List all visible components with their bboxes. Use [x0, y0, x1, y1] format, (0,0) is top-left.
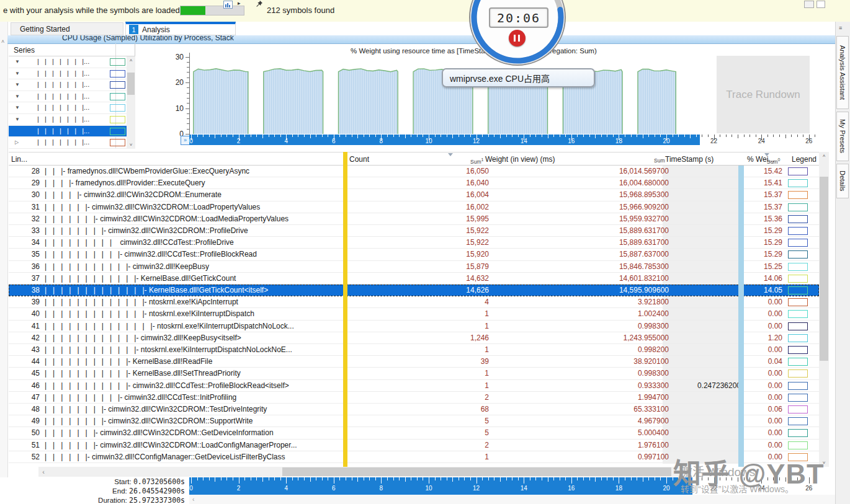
- col-header-legend[interactable]: Legend: [792, 155, 816, 164]
- row-stack-frame[interactable]: | | | | | | | | | cimwin32.dll!CCdTest::…: [45, 237, 352, 248]
- table-row[interactable]: 50 | | | | | | |- cimwin32.dll!CWin32CDR…: [9, 427, 819, 439]
- table-row[interactable]: 48 | | | | | | | |- cimwin32.dll!CWin32C…: [9, 404, 819, 415]
- table-row[interactable]: 28 | | |- framedynos.dll!CWbemProviderGl…: [9, 166, 819, 177]
- scroll-left-icon[interactable]: ‹: [192, 496, 194, 503]
- row-stack-frame[interactable]: | | |- framedynos.dll!CWbemProviderGlue:…: [45, 166, 352, 177]
- table-row[interactable]: 42 | | | | | | | | | | | |- cimwin32.dll…: [9, 332, 819, 344]
- row-stack-frame[interactable]: | | | | |- cimwin32.dll!CWin32CDROM::Enu…: [45, 189, 352, 200]
- table-row[interactable]: 30 | | | | |- cimwin32.dll!CWin32CDROM::…: [9, 189, 819, 201]
- expand-collapse-icon[interactable]: ▼: [15, 82, 20, 87]
- series-scrollbar[interactable]: ˄ ˅: [127, 56, 135, 149]
- table-row[interactable]: 45 | | | | | | | | | | |- KernelBase.dll…: [9, 368, 819, 379]
- table-row[interactable]: 34 | | | | | | | | | cimwin32.dll!CCdTes…: [9, 237, 819, 249]
- tab-getting-started[interactable]: Getting Started: [11, 22, 123, 35]
- row-stack-frame[interactable]: | | | | | | | | | | | | |- ntoskrnl.exe!…: [45, 296, 352, 307]
- table-vscroll-thumb[interactable]: [820, 177, 828, 361]
- row-stack-frame[interactable]: | | | | | | | | | | |- KernelBase.dll!Se…: [45, 368, 352, 379]
- table-horizontal-scrollbar[interactable]: ‹ ›: [38, 467, 690, 477]
- graph-panel-header[interactable]: CPU Usage (Sampled) Utilization by Proce…: [7, 35, 835, 44]
- series-row[interactable]: ▼ | | | | | | |...: [9, 114, 127, 126]
- row-stack-frame[interactable]: | | | | | | | | | |- cimwin32.dll!CCdTes…: [45, 392, 352, 403]
- table-row[interactable]: 41 | | | | | | | | | | | | | |- ntoskrnl…: [9, 321, 819, 332]
- panel-menu-icon[interactable]: ≡: [839, 25, 842, 31]
- row-stack-frame[interactable]: | | | | | | | | | | |- cimwin32.dll!Keep…: [45, 261, 352, 272]
- table-row[interactable]: 32 | | | | | | |- cimwin32.dll!CWin32CDR…: [9, 213, 819, 225]
- frozen-column-divider[interactable]: [343, 152, 347, 467]
- ruler-tick-label: 6: [328, 485, 340, 492]
- sidebar-tab-details[interactable]: Details: [836, 164, 849, 198]
- col-header-count[interactable]: Count: [349, 155, 369, 164]
- table-row[interactable]: 31 | | | | | |- cimwin32.dll!CWin32CDROM…: [9, 201, 819, 213]
- expand-collapse-icon[interactable]: ▷: [15, 139, 19, 145]
- sidebar-tab-my-presets[interactable]: My Presets: [836, 112, 849, 161]
- row-stack-frame[interactable]: | | | | | | | |- cimwin32.dll!CWin32CDRO…: [45, 415, 352, 427]
- expand-collapse-icon[interactable]: ▼: [15, 59, 20, 64]
- col-header-line[interactable]: Lin...: [11, 155, 27, 164]
- table-row[interactable]: 37 | | | | | | | | | | | |- KernelBase.d…: [9, 273, 819, 285]
- sidebar-tab-analysis-assistant[interactable]: Analysis Assistant: [836, 36, 849, 109]
- ruler-tick: [447, 135, 447, 137]
- row-stack-frame[interactable]: | | | | | | |- cimwin32.dll!CWin32CDROM:…: [45, 440, 352, 451]
- gutter-scroll-up-icon[interactable]: ˄: [1, 38, 4, 45]
- series-row[interactable]: ▼ | | | | | | |...: [9, 79, 127, 91]
- table-row[interactable]: 46 | | | | | | | | | | |- cimwin32.dll!C…: [9, 380, 819, 392]
- table-row[interactable]: 29 | | | |- framedynos.dll!Provider::Exe…: [9, 177, 819, 189]
- row-stack-frame[interactable]: | | | | | | | | | | |- cimwin32.dll!CCdT…: [45, 380, 352, 391]
- table-hscroll-thumb[interactable]: [282, 467, 671, 476]
- tab-analysis[interactable]: 1 Analysis: [125, 22, 236, 35]
- row-stack-frame[interactable]: | | | |- framedynos.dll!Provider::Execut…: [45, 177, 352, 188]
- series-row[interactable]: ▼ | | | | | | |...: [9, 56, 127, 68]
- scroll-left-icon[interactable]: ‹: [38, 467, 48, 477]
- open-view-editor-icon[interactable]: [804, 1, 814, 8]
- chevron-right-icon[interactable]: ▸: [238, 0, 241, 6]
- scroll-up-icon[interactable]: ˄: [127, 56, 135, 64]
- table-row[interactable]: 43 | | | | | | | | | | | |- ntoskrnl.exe…: [9, 344, 819, 356]
- table-row[interactable]: 35 | | | | | | | | | |- cimwin32.dll!CCd…: [9, 249, 819, 260]
- series-row[interactable]: ▼ | | | | | | |...: [9, 68, 127, 80]
- row-stack-frame[interactable]: | | | | | | | | | | | | | |- ntoskrnl.ex…: [45, 321, 352, 332]
- row-stack-frame[interactable]: | | | | | | | | | | | |- cimwin32.dll!Ke…: [45, 332, 352, 343]
- table-row[interactable]: 36 | | | | | | | | | | |- cimwin32.dll!K…: [9, 261, 819, 273]
- maximize-view-icon[interactable]: [816, 1, 825, 8]
- pause-button[interactable]: [509, 30, 526, 46]
- expand-collapse-icon[interactable]: ▼: [15, 105, 20, 110]
- table-vertical-scrollbar[interactable]: ˄ ˅: [819, 152, 829, 467]
- row-stack-frame[interactable]: | | | | | | | | | | | |- KernelBase.dll!…: [45, 273, 352, 284]
- table-row[interactable]: 38 | | | | | | | | | | | | |- KernelBase…: [9, 285, 819, 296]
- series-row[interactable]: ▷ | | | | | | |...: [9, 137, 127, 149]
- row-stack-frame[interactable]: | | | | | | | | | | | | |- ntoskrnl.exe!…: [45, 308, 352, 319]
- ruler-expander-icon[interactable]: »: [181, 136, 190, 145]
- pin-icon[interactable]: [256, 0, 263, 7]
- row-stack-frame[interactable]: | | | | | | | | | |- cimwin32.dll!CCdTes…: [45, 249, 352, 260]
- table-row[interactable]: 47 | | | | | | | | | |- cimwin32.dll!CCd…: [9, 392, 819, 404]
- table-row[interactable]: 49 | | | | | | | |- cimwin32.dll!CWin32C…: [9, 415, 819, 427]
- series-row[interactable]: ▼ | | | | | | |...: [9, 102, 127, 114]
- col-header-weight[interactable]: Weight (in view) (ms): [485, 155, 555, 164]
- table-row[interactable]: 39 | | | | | | | | | | | | |- ntoskrnl.e…: [9, 296, 819, 308]
- row-stack-frame[interactable]: | | | | | | | |- cimwin32.dll!CWin32CDRO…: [45, 225, 352, 236]
- chart-time-ruler[interactable]: 02468101214161820222426: [189, 135, 835, 145]
- table-row[interactable]: 33 | | | | | | | |- cimwin32.dll!CWin32C…: [9, 225, 819, 237]
- table-row[interactable]: 40 | | | | | | | | | | | | |- ntoskrnl.e…: [9, 308, 819, 320]
- ruler-tick: [459, 135, 459, 137]
- expand-collapse-icon[interactable]: ▼: [15, 94, 20, 99]
- series-row[interactable]: ▼ | | | | | | |...: [9, 91, 127, 103]
- col-header-timestamp[interactable]: TimeStamp (s): [665, 155, 714, 164]
- expand-collapse-icon[interactable]: ▼: [15, 71, 20, 76]
- row-stack-frame[interactable]: | | | | | | | | | | | |- ntoskrnl.exe!Ki…: [45, 344, 352, 355]
- expand-collapse-icon[interactable]: ▼: [15, 117, 20, 122]
- row-stack-frame[interactable]: | | | | | | |- cimwin32.dll!CWin32CDROM:…: [45, 427, 352, 438]
- table-row[interactable]: 44 | | | | | | | | | | |- KernelBase.dll…: [9, 356, 819, 368]
- chart-type-icon[interactable]: [223, 1, 233, 9]
- scroll-down-icon[interactable]: ˅: [127, 141, 135, 149]
- table-row[interactable]: 51 | | | | | | |- cimwin32.dll!CWin32CDR…: [9, 440, 819, 451]
- scroll-up-icon[interactable]: ˄: [819, 152, 829, 160]
- row-stack-frame[interactable]: | | | | | | | | | | |- KernelBase.dll!Re…: [45, 356, 352, 367]
- series-scrollbar-thumb[interactable]: [127, 73, 135, 95]
- row-stack-frame[interactable]: | | | | | |- cimwin32.dll!CConfigManager…: [45, 451, 352, 462]
- row-stack-frame[interactable]: | | | | | | | |- cimwin32.dll!CWin32CDRO…: [45, 404, 352, 415]
- row-stack-frame[interactable]: | | | | | | |- cimwin32.dll!CWin32CDROM:…: [45, 213, 352, 224]
- row-stack-frame[interactable]: | | | | | |- cimwin32.dll!CWin32CDROM::L…: [45, 201, 352, 213]
- series-row[interactable]: | | | | | | |...: [9, 126, 127, 138]
- row-stack-frame[interactable]: | | | | | | | | | | | | |- KernelBase.dl…: [45, 285, 352, 296]
